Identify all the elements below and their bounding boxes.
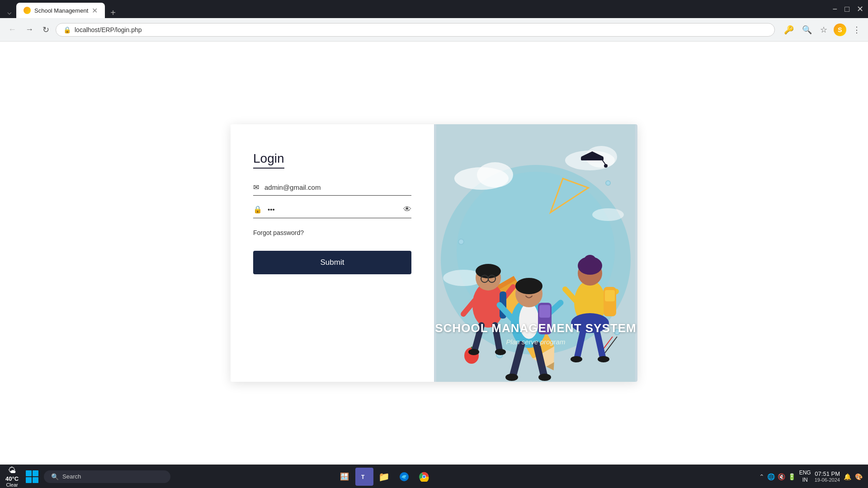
svg-text:T: T	[361, 474, 365, 480]
weather-condition: Clear	[6, 482, 18, 488]
color-themes-icon[interactable]: 🎨	[855, 473, 863, 480]
login-illustration-panel: SCHOOL MANAGEMENT SYSTEM Plan serve prog…	[434, 124, 637, 382]
email-input[interactable]	[264, 183, 411, 191]
taskbar-center-apps: 🪟 T 📁	[335, 468, 433, 486]
forgot-password-link[interactable]: Forgot password?	[253, 229, 411, 236]
tab-school-management[interactable]: School Management ✕	[16, 3, 105, 18]
email-icon: ✉	[253, 183, 259, 192]
window-controls: − □ ✕	[833, 4, 863, 14]
clock-date: 19-06-2024	[815, 477, 840, 483]
battery-icon[interactable]: 🔋	[788, 473, 796, 480]
email-field-wrapper: ✉	[253, 183, 411, 196]
submit-button[interactable]: Submit	[253, 251, 411, 274]
tab-favicon-icon	[24, 7, 31, 14]
taskbar-edge-icon[interactable]	[395, 468, 413, 486]
taskbar-left: 🌤 40°C Clear 🔍 Search	[5, 466, 170, 488]
search-page-icon[interactable]: 🔍	[800, 23, 814, 37]
tab-workspace-btn[interactable]: ⌵	[5, 6, 14, 18]
tab-title: School Management	[34, 7, 88, 14]
right-text-overlay: SCHOOL MANAGEMENT SYSTEM Plan serve prog…	[434, 124, 637, 382]
browser-addressbar: ← → ↻ 🔒 localhost/ERP/login.php 🔑 🔍 ☆ S …	[0, 18, 868, 42]
taskbar-right: ⌃ 🌐 🔇 🔋 ENG IN 07:51 PM 19-06-2024 🔔 🎨	[759, 469, 863, 483]
login-card: Login ✉ 🔒 👁 Forgot password? Submit	[231, 124, 637, 382]
region-text: IN	[799, 477, 811, 484]
taskbar-files-icon[interactable]: 📁	[375, 468, 393, 486]
login-form-panel: Login ✉ 🔒 👁 Forgot password? Submit	[231, 124, 434, 382]
clock-time: 07:51 PM	[815, 470, 840, 477]
minimize-btn[interactable]: −	[833, 4, 838, 14]
system-tray: ⌃ 🌐 🔇 🔋	[759, 473, 796, 480]
page-content: Login ✉ 🔒 👁 Forgot password? Submit	[0, 42, 868, 465]
back-btn[interactable]: ←	[5, 23, 19, 36]
lang-text: ENG	[799, 469, 811, 477]
taskbar-search[interactable]: 🔍 Search	[44, 470, 170, 483]
tab-group: ⌵ School Management ✕ +	[5, 0, 119, 18]
taskbar-chrome-icon[interactable]	[415, 468, 433, 486]
hidden-icons-btn[interactable]: ⌃	[759, 473, 764, 480]
language-indicator[interactable]: ENG IN	[799, 469, 811, 483]
start-button[interactable]	[24, 469, 40, 485]
toggle-password-btn[interactable]: 👁	[403, 205, 411, 214]
taskbar-widget-icon[interactable]: 🪟	[335, 468, 354, 486]
maximize-btn[interactable]: □	[844, 4, 849, 14]
school-subtitle: Plan serve program	[506, 338, 566, 346]
search-icon: 🔍	[51, 473, 59, 480]
school-management-title: SCHOOL MANAGEMENT SYSTEM	[435, 321, 636, 335]
lock-icon: 🔒	[63, 26, 71, 33]
network-icon[interactable]: 🌐	[767, 473, 775, 480]
tab-close-btn[interactable]: ✕	[92, 6, 98, 15]
search-label: Search	[62, 473, 81, 480]
menu-icon[interactable]: ⋮	[851, 23, 863, 37]
windows-icon	[26, 470, 38, 483]
password-field-wrapper: 🔒 👁	[253, 205, 411, 218]
url-text: localhost/ERP/login.php	[75, 26, 767, 33]
forward-btn[interactable]: →	[23, 23, 36, 36]
new-tab-btn[interactable]: +	[107, 8, 119, 18]
weather-temp: 40°C	[5, 475, 19, 482]
address-bar[interactable]: 🔒 localhost/ERP/login.php	[56, 23, 775, 37]
notification-icon[interactable]: 🔔	[844, 473, 851, 480]
login-title: Login	[253, 151, 284, 169]
clock-widget[interactable]: 07:51 PM 19-06-2024	[815, 470, 840, 483]
svg-point-72	[423, 475, 425, 478]
password-input[interactable]	[268, 206, 398, 213]
taskbar-teams-icon[interactable]: T	[355, 468, 373, 486]
weather-widget: 🌤 40°C Clear	[5, 466, 19, 488]
lock-field-icon: 🔒	[253, 205, 262, 214]
bookmark-icon[interactable]: ☆	[818, 23, 829, 37]
volume-icon[interactable]: 🔇	[778, 473, 785, 480]
taskbar: 🌤 40°C Clear 🔍 Search 🪟 T 📁	[0, 465, 868, 488]
browser-titlebar: ⌵ School Management ✕ + − □ ✕	[0, 0, 868, 18]
close-btn[interactable]: ✕	[857, 4, 863, 14]
reload-btn[interactable]: ↻	[40, 23, 52, 37]
browser-actions: 🔑 🔍 ☆ S ⋮	[782, 23, 863, 37]
input-group: ✉ 🔒 👁	[253, 183, 411, 218]
password-manager-icon[interactable]: 🔑	[782, 23, 796, 37]
profile-avatar[interactable]: S	[834, 23, 846, 36]
